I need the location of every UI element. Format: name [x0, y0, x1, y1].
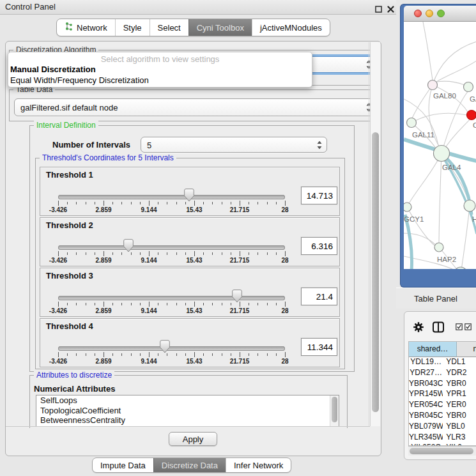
apply-button[interactable]: Apply: [169, 432, 217, 446]
float-window-icon[interactable]: [375, 4, 382, 11]
slider-track[interactable]: [58, 195, 285, 199]
bottom-tab-discretize-data[interactable]: Discretize Data: [153, 458, 226, 472]
cell-name[interactable]: YDR2: [443, 368, 476, 379]
attribute-list-item[interactable]: SelfLoops: [36, 395, 339, 406]
table-row[interactable]: YPR145WYPR1: [409, 389, 476, 400]
popup-item-manual[interactable]: Manual Discretization: [10, 65, 96, 74]
table-row[interactable]: YLR345WYLR3: [409, 433, 476, 443]
cell-name[interactable]: YPR1: [443, 389, 476, 400]
slider-tick: [67, 202, 68, 204]
numerical-attributes-list[interactable]: SelfLoopsTopologicalCoefficientBetweenne…: [36, 395, 339, 427]
attribute-list-item[interactable]: TopologicalCoefficient: [36, 406, 339, 416]
tab-jactivemnodules[interactable]: jActiveMNodules: [252, 19, 330, 36]
cell-shared-name[interactable]: YDL19…: [409, 357, 443, 368]
close-traffic-light[interactable]: [414, 10, 422, 17]
popup-item-equal-width[interactable]: Equal Width/Frequency Discretization: [10, 75, 149, 85]
table-row[interactable]: YDR27…YDR2: [409, 368, 476, 379]
threshold-value-field[interactable]: 6.316: [301, 237, 337, 255]
slider-tick: [86, 303, 86, 305]
tick-label: 15.43: [178, 206, 210, 213]
network-node-label: C: [473, 121, 476, 129]
table-row[interactable]: YBR043CYBR0: [409, 379, 476, 390]
slider-tick: [285, 352, 286, 357]
slider-tick: [149, 201, 150, 206]
cell-shared-name[interactable]: YIL052C: [409, 443, 443, 445]
slider-track[interactable]: [58, 346, 285, 351]
close-icon[interactable]: [387, 4, 394, 11]
threshold-label: Threshold 1: [46, 170, 93, 180]
slider-tick: [76, 353, 77, 356]
threshold-label: Threshold 3: [46, 271, 93, 280]
network-node-label: GAL11: [412, 131, 434, 139]
slider-thumb[interactable]: [123, 239, 134, 252]
tab-network[interactable]: Network: [57, 19, 115, 36]
cell-shared-name[interactable]: YDR27…: [409, 368, 443, 379]
slider-tick: [257, 252, 258, 255]
table-data-select[interactable]: galFiltered.sif default node: [14, 98, 377, 116]
cell-name[interactable]: YER0: [443, 400, 476, 411]
combo-stepper-icon: [317, 141, 322, 149]
network-node[interactable]: [464, 200, 475, 211]
slider-tick: [176, 252, 177, 255]
attribute-list-item[interactable]: BetweennessCentrality: [36, 415, 339, 426]
tab-style[interactable]: Style: [115, 19, 150, 36]
slider-track[interactable]: [58, 245, 285, 250]
table-horizontal-scrollbar[interactable]: [408, 446, 476, 456]
cell-name[interactable]: YLR3: [443, 433, 476, 443]
network-window-titlebar[interactable]: [404, 6, 476, 22]
threshold-value-field[interactable]: 11.344: [301, 338, 337, 356]
column-header-name[interactable]: name: [457, 342, 476, 357]
table-row[interactable]: YBL079WYBL0: [409, 422, 476, 433]
cell-name[interactable]: YBR0: [443, 411, 476, 422]
slider-thumb[interactable]: [184, 188, 194, 202]
slider-tick: [285, 302, 286, 307]
gear-icon[interactable]: [413, 322, 424, 332]
cell-shared-name[interactable]: YBL079W: [409, 422, 443, 433]
checkbox-filter-icon[interactable]: [456, 323, 472, 330]
cell-name[interactable]: YBL0: [443, 422, 476, 433]
network-node[interactable]: [404, 203, 411, 211]
slider-tick: [185, 252, 186, 255]
network-node[interactable]: [407, 118, 417, 128]
tab-select[interactable]: Select: [150, 19, 188, 36]
slider-tick: [185, 303, 186, 305]
tick-label: 2.859: [88, 358, 119, 365]
column-layout-icon[interactable]: [433, 321, 444, 333]
list-scrollbar[interactable]: [330, 395, 339, 426]
network-node-label: GAL80: [433, 92, 456, 100]
bottom-tab-impute-data[interactable]: Impute Data: [93, 458, 153, 472]
tab-cyni-toolbox[interactable]: Cyni Toolbox: [188, 19, 252, 36]
column-header-shared-name[interactable]: shared…: [409, 342, 457, 357]
cell-shared-name[interactable]: YPR145W: [409, 389, 443, 400]
slider-tick: [104, 201, 104, 206]
cell-shared-name[interactable]: YER054C: [409, 400, 443, 411]
network-node[interactable]: [428, 81, 438, 90]
network-canvas[interactable]: GAL80GACGAL11GAL4GCY1HHAP2: [404, 22, 476, 269]
threshold-value-field[interactable]: 21.4: [301, 288, 337, 305]
cell-shared-name[interactable]: YBR043C: [409, 379, 443, 390]
network-node[interactable]: [467, 111, 476, 120]
zoom-traffic-light[interactable]: [437, 10, 445, 17]
network-node[interactable]: [434, 243, 443, 252]
table-row[interactable]: YER054CYER0: [409, 400, 476, 411]
network-node[interactable]: [464, 82, 473, 92]
cell-name[interactable]: YDL1: [443, 357, 476, 368]
table-row[interactable]: YDL19…YDL1: [409, 357, 476, 368]
bottom-tab-infer-network[interactable]: Infer Network: [226, 458, 291, 472]
slider-thumb[interactable]: [232, 289, 242, 303]
threshold-value-field[interactable]: 14.713: [301, 187, 337, 204]
table-row[interactable]: YBR045CYBR0: [409, 411, 476, 422]
slider-thumb[interactable]: [160, 340, 170, 353]
slider-tick: [67, 353, 68, 356]
slider-track[interactable]: [58, 296, 285, 300]
cell-shared-name[interactable]: YBR045C: [409, 411, 443, 422]
network-node[interactable]: [434, 146, 450, 162]
cell-shared-name[interactable]: YLR345W: [409, 433, 443, 443]
cell-name[interactable]: YBR0: [443, 379, 476, 390]
num-intervals-select[interactable]: 5: [141, 137, 327, 153]
panel-scrollbar[interactable]: [370, 42, 380, 426]
cell-name[interactable]: YIL0: [443, 443, 476, 445]
tick-label: 21.715: [224, 206, 256, 213]
minimize-traffic-light[interactable]: [426, 10, 433, 17]
table-row[interactable]: YIL052CYIL0: [409, 443, 476, 445]
